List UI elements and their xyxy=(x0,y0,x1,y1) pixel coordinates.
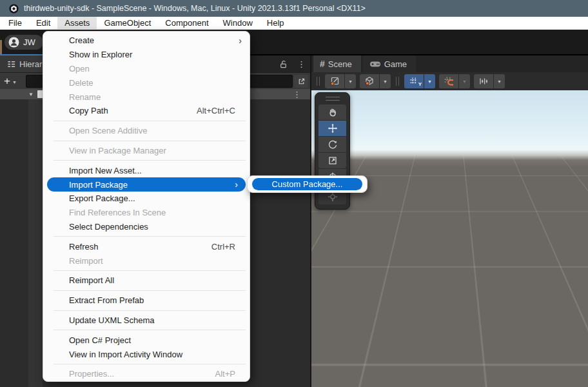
menu-assets[interactable]: Assets xyxy=(57,17,97,29)
grid-visibility-dropdown[interactable]: ▼ xyxy=(424,74,435,88)
pick-open-button[interactable] xyxy=(294,75,308,88)
menu-item-open-csharp-project[interactable]: Open C# Project xyxy=(43,333,250,347)
menu-item-view-in-import-activity-window[interactable]: View in Import Activity Window xyxy=(43,347,250,361)
snap-dropdown: ▼ xyxy=(459,74,470,88)
scene-tabstrip: # Scene Game xyxy=(311,55,588,72)
menu-bar: File Edit Assets GameObject Component Wi… xyxy=(0,17,588,30)
snap-magnet-icon xyxy=(444,76,454,86)
menu-item-select-dependencies[interactable]: Select Dependencies xyxy=(43,220,250,234)
move-tool-button[interactable] xyxy=(318,121,346,136)
toolbar-separator xyxy=(396,77,399,86)
menu-item-import-new-asset[interactable]: Import New Asset... xyxy=(43,163,250,177)
panel-divider[interactable] xyxy=(310,55,311,387)
menu-item-rename: Rename xyxy=(43,90,250,104)
menu-separator xyxy=(54,160,246,161)
menu-edit[interactable]: Edit xyxy=(29,17,57,29)
view-options-dropdown[interactable]: ▼ xyxy=(380,74,391,88)
snap-increment-icon xyxy=(478,76,489,86)
menu-item-create[interactable]: Create › xyxy=(43,34,250,48)
hand-tool-icon xyxy=(328,107,338,117)
view-options-icon xyxy=(364,76,375,86)
menu-help[interactable]: Help xyxy=(260,17,291,29)
menu-separator xyxy=(54,270,246,271)
person-icon xyxy=(8,37,19,48)
menu-separator xyxy=(54,330,246,330)
menu-item-open-scene-additive: Open Scene Additive xyxy=(43,124,250,138)
overlay-drag-handle[interactable] xyxy=(326,97,340,101)
unity-logo-icon xyxy=(9,4,19,14)
assets-dropdown-menu: Create › Show in Explorer Open Delete Re… xyxy=(43,31,250,382)
menu-item-extract-from-prefab[interactable]: Extract From Prefab xyxy=(43,293,250,308)
title-bar: thirdweb-unity-sdk - SampleScene - Windo… xyxy=(0,0,588,17)
rect-tool-button[interactable] xyxy=(318,153,346,168)
collapse-arrow-icon[interactable]: ▼ xyxy=(28,92,34,97)
menu-item-show-in-explorer[interactable]: Show in Explorer xyxy=(43,48,250,62)
menu-item-export-package[interactable]: Export Package... xyxy=(43,192,250,206)
shortcut-label: Alt+P xyxy=(215,369,235,379)
lock-open-icon[interactable] xyxy=(279,59,288,69)
menu-item-import-package[interactable]: Import Package › xyxy=(47,177,246,192)
add-object-button[interactable]: + ▼ xyxy=(4,73,17,90)
hand-tool-button[interactable] xyxy=(318,104,346,120)
view-options-button[interactable] xyxy=(360,74,379,88)
menu-separator xyxy=(54,364,246,364)
toolbar-drag-handle[interactable] xyxy=(317,77,320,86)
menu-item-refresh[interactable]: Refresh Ctrl+R xyxy=(43,239,250,253)
account-button[interactable]: JW xyxy=(5,35,43,50)
tool-settings-icon xyxy=(329,76,340,86)
menu-item-find-references-in-scene: Find References In Scene xyxy=(43,206,250,220)
unity-window: thirdweb-unity-sdk - SampleScene - Windo… xyxy=(0,0,588,387)
tab-scene-label: Scene xyxy=(328,59,352,69)
menu-separator xyxy=(54,121,246,121)
snap-increment-button[interactable] xyxy=(474,74,493,88)
window-title: thirdweb-unity-sdk - SampleScene - Windo… xyxy=(24,4,366,13)
menu-item-reimport: Reimport xyxy=(43,253,250,268)
menu-item-custom-package[interactable]: Custom Package... xyxy=(252,178,362,190)
tool-settings-button[interactable] xyxy=(325,74,344,88)
menu-item-properties: Properties... Alt+P xyxy=(43,367,250,381)
pick-open-icon xyxy=(297,77,306,86)
grid-icon: # xyxy=(320,59,325,69)
menu-separator xyxy=(54,236,246,237)
rect-tool-icon xyxy=(328,155,338,166)
submenu-arrow-icon: › xyxy=(235,180,238,189)
grid-axis-label: Y xyxy=(418,81,422,87)
scene-toolbar: ▼ ▼ Y ▼ xyxy=(311,72,588,90)
scene-viewport[interactable] xyxy=(311,90,588,387)
snap-increment-dropdown[interactable]: ▼ xyxy=(494,74,505,88)
submenu-arrow-icon: › xyxy=(239,36,242,45)
grid-visibility-button[interactable]: Y xyxy=(404,74,424,88)
menu-separator xyxy=(54,141,246,141)
menu-item-reimport-all[interactable]: Reimport All xyxy=(43,273,250,288)
tool-settings-dropdown[interactable]: ▼ xyxy=(345,74,356,88)
gamepad-icon xyxy=(369,59,381,68)
menu-separator xyxy=(54,310,246,311)
menu-item-view-in-package-manager: View in Package Manager xyxy=(43,144,250,158)
menu-window[interactable]: Window xyxy=(216,17,260,29)
move-tool-icon xyxy=(328,123,338,134)
menu-item-delete: Delete xyxy=(43,75,250,90)
custom-tool-icon xyxy=(328,192,338,202)
import-package-submenu: Custom Package... xyxy=(247,175,368,193)
account-label: JW xyxy=(23,37,35,47)
menu-item-copy-path[interactable]: Copy Path Alt+Ctrl+C xyxy=(43,104,250,118)
hierarchy-list-icon xyxy=(6,59,16,69)
shortcut-label: Alt+Ctrl+C xyxy=(197,106,235,115)
menu-item-update-uxml-schema[interactable]: Update UXML Schema xyxy=(43,313,250,328)
menu-file[interactable]: File xyxy=(1,17,29,29)
menu-item-open: Open xyxy=(43,62,250,76)
scene-row-kebab-icon[interactable]: ⋮ xyxy=(293,90,301,99)
scene-view-panel: # Scene Game xyxy=(311,55,588,387)
chevron-down-icon: ▼ xyxy=(12,78,17,84)
menu-separator xyxy=(54,290,246,291)
rotate-tool-icon xyxy=(328,139,338,150)
kebab-menu-icon[interactable]: ⋮ xyxy=(297,60,306,68)
grid-toggle-icon xyxy=(409,77,419,86)
snap-toggle-button[interactable] xyxy=(439,74,458,88)
rotate-tool-button[interactable] xyxy=(318,137,346,152)
ground-grid xyxy=(311,90,588,153)
tab-scene[interactable]: # Scene xyxy=(313,55,361,72)
menu-component[interactable]: Component xyxy=(158,17,215,29)
menu-gameobject[interactable]: GameObject xyxy=(97,17,158,29)
tab-game[interactable]: Game xyxy=(363,55,416,72)
